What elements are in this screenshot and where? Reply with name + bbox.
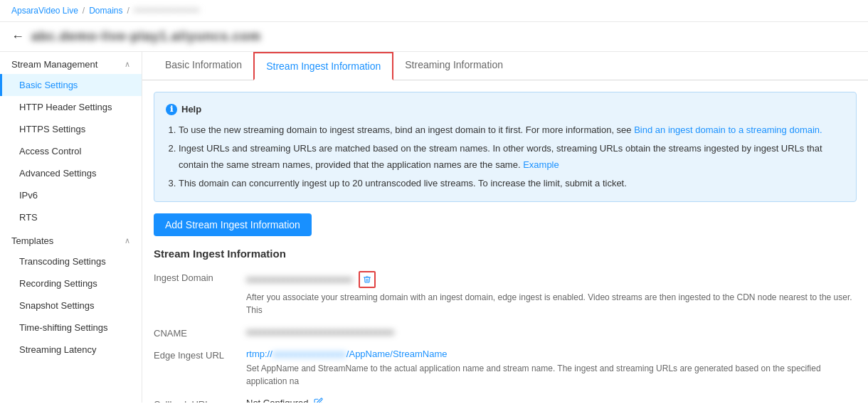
sidebar-item-rts[interactable]: RTS bbox=[0, 206, 142, 228]
help-list: To use the new streaming domain to inges… bbox=[166, 122, 845, 191]
tab-basic-information[interactable]: Basic Information bbox=[154, 52, 253, 80]
edge-ingest-suffix: /AppName/StreamName bbox=[346, 349, 448, 359]
sidebar-toggle[interactable]: ‹ bbox=[142, 213, 142, 242]
tab-stream-ingest[interactable]: Stream Ingest Information bbox=[253, 52, 393, 80]
callback-value: Not Configured The callback URL is used … bbox=[246, 398, 857, 403]
back-button[interactable]: ← bbox=[11, 29, 24, 44]
info-icon: ℹ bbox=[166, 104, 177, 115]
sidebar: Stream Management ∧ Basic Settings HTTP … bbox=[0, 52, 142, 403]
callback-label: Callback URL bbox=[154, 398, 246, 403]
sidebar-item-recording[interactable]: Recording Settings bbox=[0, 272, 142, 294]
stream-management-collapse-icon: ∧ bbox=[125, 60, 130, 69]
sidebar-item-time-shifting[interactable]: Time-shifting Settings bbox=[0, 317, 142, 339]
sidebar-item-ipv6[interactable]: IPv6 bbox=[0, 184, 142, 206]
sidebar-item-transcoding[interactable]: Transcoding Settings bbox=[0, 250, 142, 272]
templates-section: Templates ∧ Transcoding Settings Recordi… bbox=[0, 228, 142, 361]
help-link-2[interactable]: Example bbox=[523, 159, 559, 170]
edge-ingest-prefix: rtmp:// bbox=[246, 349, 272, 359]
help-box: ℹ Help To use the new streaming domain t… bbox=[154, 92, 857, 202]
sidebar-item-advanced-settings[interactable]: Advanced Settings bbox=[0, 162, 142, 184]
edge-ingest-label: Edge Ingest URL bbox=[154, 349, 246, 361]
info-table: Ingest Domain xxxxxxxxxxxxxxxxxxxxxxx bbox=[154, 271, 857, 403]
breadcrumb-sep1: / bbox=[83, 6, 85, 16]
help-title: ℹ Help bbox=[166, 101, 845, 117]
templates-label: Templates bbox=[11, 235, 53, 246]
breadcrumb-domains[interactable]: Domains bbox=[89, 6, 122, 16]
top-bar: ApsaraVideo Live / Domains / •••••••••••… bbox=[0, 0, 868, 52]
sidebar-item-snapshot[interactable]: Snapshot Settings bbox=[0, 294, 142, 317]
ingest-domain-label: Ingest Domain bbox=[154, 271, 246, 283]
edit-callback-button[interactable] bbox=[314, 398, 323, 403]
sidebar-item-access-control[interactable]: Access Control bbox=[0, 140, 142, 162]
help-label: Help bbox=[181, 101, 201, 117]
breadcrumb-domain: •••••••••••••••••••••• bbox=[134, 6, 199, 16]
templates-collapse-icon: ∧ bbox=[125, 236, 130, 245]
help-item-3: This domain can concurrently ingest up t… bbox=[179, 175, 845, 191]
help-item-1: To use the new streaming domain to inges… bbox=[179, 122, 845, 138]
callback-row: Callback URL Not Configured The cal bbox=[154, 398, 857, 403]
ingest-domain-value: xxxxxxxxxxxxxxxxxxxxxxx bbox=[246, 271, 857, 317]
help-link-1[interactable]: Bind an ingest domain to a streaming dom… bbox=[634, 124, 822, 135]
content-body: ℹ Help To use the new streaming domain t… bbox=[142, 80, 868, 403]
breadcrumb-sep2: / bbox=[127, 6, 129, 16]
add-stream-ingest-button[interactable]: Add Stream Ingest Information bbox=[154, 213, 312, 236]
delete-ingest-domain-button[interactable] bbox=[359, 271, 376, 288]
sidebar-item-streaming-latency[interactable]: Streaming Latency bbox=[0, 339, 142, 361]
content-area: Basic Information Stream Ingest Informat… bbox=[142, 52, 868, 403]
main-layout: Stream Management ∧ Basic Settings HTTP … bbox=[0, 52, 868, 403]
edge-ingest-value: rtmp://xxxxxxxxxxxxxxxx/AppName/StreamNa… bbox=[246, 349, 857, 388]
ingest-domain-row: Ingest Domain xxxxxxxxxxxxxxxxxxxxxxx bbox=[154, 271, 857, 317]
stream-management-header[interactable]: Stream Management ∧ bbox=[0, 52, 142, 74]
ingest-domain-sub-text: After you associate your streaming domai… bbox=[246, 291, 857, 317]
tab-bar: Basic Information Stream Ingest Informat… bbox=[142, 52, 868, 80]
domain-header: ← abc.demo-live-play1.aliyuncs.com bbox=[0, 22, 868, 52]
breadcrumb: ApsaraVideo Live / Domains / •••••••••••… bbox=[11, 6, 857, 16]
callback-text: Not Configured bbox=[246, 398, 308, 403]
sidebar-item-https[interactable]: HTTPS Settings bbox=[0, 118, 142, 140]
stream-ingest-section-title: Stream Ingest Information bbox=[154, 248, 857, 260]
cname-label: CNAME bbox=[154, 326, 246, 339]
ingest-domain-text: xxxxxxxxxxxxxxxxxxxxxxx bbox=[246, 274, 353, 285]
breadcrumb-app[interactable]: ApsaraVideo Live bbox=[11, 6, 78, 16]
edge-ingest-url-text: rtmp://xxxxxxxxxxxxxxxx/AppName/StreamNa… bbox=[246, 349, 447, 359]
templates-header[interactable]: Templates ∧ bbox=[0, 228, 142, 250]
help-item-2: Ingest URLs and streaming URLs are match… bbox=[179, 140, 845, 174]
stream-management-section: Stream Management ∧ Basic Settings HTTP … bbox=[0, 52, 142, 228]
edge-ingest-domain: xxxxxxxxxxxxxxxx bbox=[272, 349, 346, 359]
cname-value: xxxxxxxxxxxxxxxxxxxxxxxxxxxxxxxx bbox=[246, 326, 857, 337]
edge-ingest-sub-text: Set AppName and StreamName to the actual… bbox=[246, 362, 857, 388]
tab-streaming-information[interactable]: Streaming Information bbox=[393, 52, 514, 80]
sidebar-item-basic-settings[interactable]: Basic Settings bbox=[0, 74, 142, 96]
cname-row: CNAME xxxxxxxxxxxxxxxxxxxxxxxxxxxxxxxx bbox=[154, 326, 857, 339]
stream-management-label: Stream Management bbox=[11, 59, 97, 70]
cname-text: xxxxxxxxxxxxxxxxxxxxxxxxxxxxxxxx bbox=[246, 326, 394, 337]
edge-ingest-row: Edge Ingest URL rtmp://xxxxxxxxxxxxxxxx/… bbox=[154, 349, 857, 388]
sidebar-item-http-header[interactable]: HTTP Header Settings bbox=[0, 96, 142, 118]
domain-name: abc.demo-live-play1.aliyuncs.com bbox=[31, 29, 261, 44]
